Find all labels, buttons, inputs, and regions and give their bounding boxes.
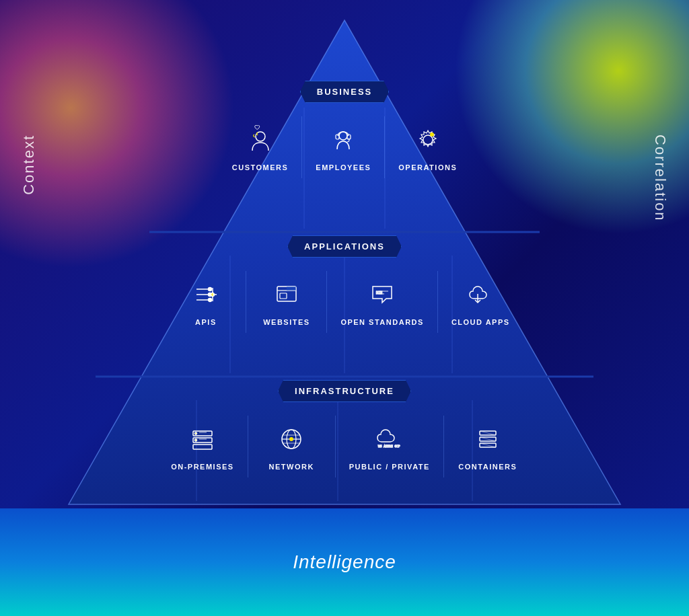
on-premises-icon <box>186 422 219 456</box>
employees-icon <box>326 123 360 157</box>
layer-infrastructure: INFRASTRUCTURE ON-PREMISES <box>42 380 647 477</box>
containers-label: CONTAINERS <box>458 463 517 471</box>
svg-line-55 <box>480 437 496 441</box>
websites-cell: WEBSITES <box>246 271 327 333</box>
network-label: NETWORK <box>269 463 314 471</box>
cloud-apps-cell: CLOUD APPS <box>438 271 523 333</box>
network-cell: NETWORK <box>248 416 336 477</box>
infrastructure-badge: INFRASTRUCTURE <box>278 380 411 402</box>
customers-label: CUSTOMERS <box>232 163 289 171</box>
business-badge: BUSINESS <box>300 81 389 103</box>
open-standards-label: OPEN STANDARDS <box>340 318 423 326</box>
svg-point-40 <box>194 432 196 434</box>
business-items-row: CUSTOMERS EMPLOYEES <box>219 116 470 178</box>
websites-icon <box>270 278 303 311</box>
public-private-icon: WS AZURE GCP <box>373 422 406 456</box>
context-label: Context <box>20 134 38 195</box>
apis-label: APIS <box>195 318 217 326</box>
employees-label: EMPLOYEES <box>316 163 371 171</box>
on-premises-cell: ON-PREMISES <box>157 416 248 477</box>
containers-icon <box>471 422 505 456</box>
operations-icon <box>411 123 445 157</box>
employees-cell: EMPLOYEES <box>302 116 385 178</box>
apis-cell: APIS <box>166 271 246 333</box>
svg-point-18 <box>423 135 433 145</box>
bottom-bar: Intelligence <box>0 508 689 616</box>
cloud-apps-icon <box>464 278 497 311</box>
svg-point-41 <box>194 439 196 441</box>
open-standards-cell: DIN OPEN STANDARDS <box>327 271 437 333</box>
public-private-label: PUBLIC / PRIVATE <box>349 463 430 471</box>
svg-line-56 <box>480 443 496 447</box>
public-private-cell: WS AZURE GCP PUBLIC / PRIVATE <box>336 416 444 477</box>
svg-point-19 <box>430 132 434 137</box>
svg-rect-39 <box>193 445 212 449</box>
svg-rect-32 <box>280 293 287 299</box>
svg-point-26 <box>208 299 211 302</box>
websites-label: WEBSITES <box>263 318 310 326</box>
svg-text:DIN: DIN <box>376 291 382 295</box>
operations-label: OPERATIONS <box>398 163 457 171</box>
customers-icon <box>244 123 277 157</box>
correlation-label: Correlation <box>651 134 669 222</box>
apis-icon <box>189 278 223 311</box>
cloud-apps-label: CLOUD APPS <box>451 318 510 326</box>
pyramid-container: BUSINESS CUSTOMERS <box>42 13 647 511</box>
intelligence-label: Intelligence <box>293 551 396 573</box>
svg-text:WS   AZURE   GCP: WS AZURE GCP <box>378 445 400 448</box>
layer-business: BUSINESS CUSTOMERS <box>42 81 647 178</box>
svg-point-49 <box>289 437 293 441</box>
network-icon <box>275 422 308 456</box>
svg-point-24 <box>208 288 211 291</box>
svg-point-15 <box>339 132 347 140</box>
applications-items-row: APIS WEBSITES <box>166 271 523 333</box>
svg-line-54 <box>480 431 496 435</box>
operations-cell: OPERATIONS <box>385 116 470 178</box>
on-premises-label: ON-PREMISES <box>171 463 234 471</box>
open-standards-icon: DIN <box>365 278 399 311</box>
containers-cell: CONTAINERS <box>444 416 532 477</box>
customers-cell: CUSTOMERS <box>219 116 303 178</box>
applications-badge: APPLICATIONS <box>287 235 402 258</box>
svg-rect-31 <box>287 286 296 291</box>
layer-applications: APPLICATIONS <box>42 235 647 333</box>
infrastructure-items-row: ON-PREMISES NETWORK <box>157 416 532 477</box>
